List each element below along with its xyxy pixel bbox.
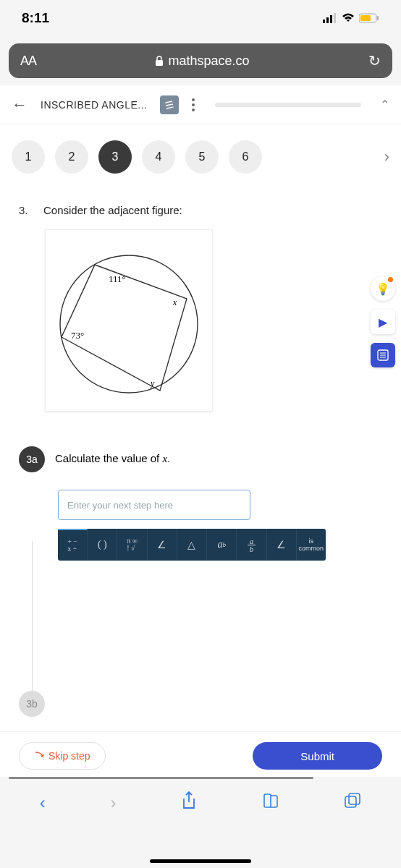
- step-connector-line: [32, 541, 33, 699]
- back-arrow-icon[interactable]: ←: [12, 95, 28, 114]
- horizontal-scroll-indicator: [0, 777, 401, 780]
- ios-status-bar: 8:11: [0, 0, 401, 36]
- question-prompt: Consider the adjacent figure:: [43, 204, 182, 216]
- svg-rect-6: [377, 16, 379, 20]
- side-tools: 💡 ▶: [371, 276, 395, 367]
- question-number: 3.: [19, 204, 35, 216]
- math-toolbar: + − x ÷ ( ) π ∞ ! √ ∠ △ ab ab ∠ iscommon: [58, 529, 326, 561]
- safari-address-bar[interactable]: AA mathspace.co ↻: [9, 43, 392, 78]
- step-6[interactable]: 6: [229, 140, 262, 174]
- signal-icon: [323, 13, 337, 23]
- step-5[interactable]: 5: [185, 140, 219, 174]
- home-indicator[interactable]: [150, 859, 251, 863]
- url-text: mathspace.co: [168, 54, 249, 69]
- video-button[interactable]: ▶: [371, 310, 395, 334]
- subpart-3a-badge: 3a: [19, 446, 45, 472]
- svg-rect-0: [323, 20, 325, 23]
- tool-fraction[interactable]: ab: [237, 529, 266, 561]
- tool-pi-sqrt[interactable]: π ∞ ! √: [117, 529, 147, 561]
- share-icon[interactable]: [181, 791, 197, 814]
- progress-bar: [215, 103, 361, 107]
- nav-back-icon[interactable]: ‹: [40, 793, 46, 813]
- label-x: x: [172, 297, 177, 307]
- step-4[interactable]: 4: [142, 140, 175, 174]
- url-display[interactable]: mathspace.co: [36, 54, 368, 69]
- collapse-icon[interactable]: ⌃: [380, 98, 389, 111]
- action-row: Skip step Submit: [0, 731, 401, 777]
- geometry-figure: 111° 73° x y: [45, 229, 213, 412]
- more-menu-icon[interactable]: [192, 98, 195, 111]
- wifi-icon: [342, 13, 355, 23]
- tool-angle-2[interactable]: ∠: [267, 529, 297, 561]
- svg-rect-7: [156, 60, 163, 66]
- hint-button[interactable]: 💡: [371, 276, 395, 301]
- refresh-icon[interactable]: ↻: [368, 52, 381, 69]
- svg-rect-11: [349, 793, 360, 804]
- nav-forward-icon[interactable]: ›: [110, 793, 116, 813]
- svg-rect-2: [330, 15, 332, 23]
- svg-point-8: [60, 255, 198, 393]
- answer-area: + − x ÷ ( ) π ∞ ! √ ∠ △ ab ab ∠ iscommon: [0, 480, 401, 568]
- notification-dot: [388, 277, 393, 282]
- tool-exponent[interactable]: ab: [207, 529, 237, 561]
- tool-operators[interactable]: + − x ÷: [58, 529, 88, 561]
- svg-rect-5: [360, 15, 371, 21]
- step-3[interactable]: 3: [98, 140, 132, 174]
- subpart-3a-text: Calculate the value of x.: [55, 446, 170, 465]
- skip-icon: [34, 751, 44, 761]
- status-time: 8:11: [22, 10, 49, 26]
- status-icons: [323, 13, 379, 23]
- tool-angle[interactable]: ∠: [148, 529, 177, 561]
- tabs-icon[interactable]: [344, 793, 361, 813]
- question-area: 3. Consider the adjacent figure: 111° 73…: [0, 190, 401, 419]
- page-title: INSCRIBED ANGLE...: [41, 99, 147, 111]
- svg-rect-1: [326, 17, 329, 23]
- tool-common[interactable]: iscommon: [297, 529, 326, 561]
- angle-73: 73°: [71, 330, 84, 341]
- subpart-3a: 3a Calculate the value of x.: [0, 419, 401, 480]
- text-size-button[interactable]: AA: [20, 54, 36, 69]
- step-navigation: 1 2 3 4 5 6 ›: [0, 124, 401, 190]
- subpart-3b: 3b: [0, 691, 401, 731]
- angle-111: 111°: [109, 273, 126, 284]
- tool-parentheses[interactable]: ( ): [88, 529, 117, 561]
- spacer: [0, 568, 401, 691]
- calculator-button[interactable]: [371, 343, 395, 367]
- worksheet-icon[interactable]: [160, 95, 179, 114]
- page-header: ← INSCRIBED ANGLE... ⌃: [0, 85, 401, 124]
- step-2[interactable]: 2: [55, 140, 88, 174]
- safari-bottom-nav: ‹ ›: [0, 780, 401, 825]
- label-y: y: [150, 378, 155, 388]
- bookmarks-icon[interactable]: [262, 793, 279, 813]
- lock-icon: [155, 56, 164, 66]
- svg-rect-3: [334, 13, 336, 23]
- tool-triangle[interactable]: △: [177, 529, 207, 561]
- battery-icon: [359, 13, 379, 23]
- next-step-chevron-icon[interactable]: ›: [384, 148, 389, 166]
- skip-step-button[interactable]: Skip step: [19, 742, 106, 770]
- step-1[interactable]: 1: [12, 140, 45, 174]
- answer-input[interactable]: [58, 490, 250, 520]
- submit-button[interactable]: Submit: [253, 742, 382, 770]
- svg-rect-10: [345, 796, 356, 807]
